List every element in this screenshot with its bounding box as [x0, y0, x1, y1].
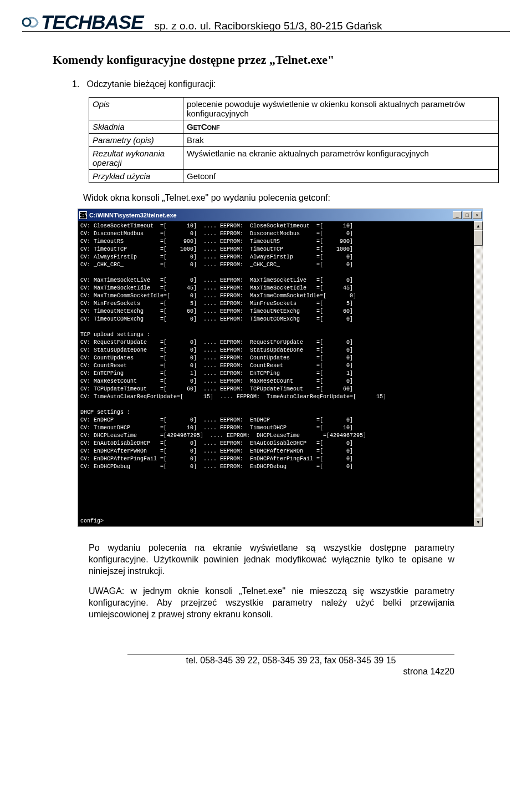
logo: TECHBASE — [22, 11, 144, 33]
page-number: strona 14z20 — [22, 667, 454, 677]
app-icon: C:\ — [79, 211, 87, 219]
scroll-track[interactable] — [474, 230, 483, 517]
config-table: Opis polecenie powoduje wyświetlenie w o… — [89, 97, 499, 183]
minimize-button[interactable]: _ — [453, 211, 462, 219]
window-title: C:\WINNT\system32\telnet.exe — [89, 212, 177, 219]
table-row: Rezultat wykonania operacji Wyświetlanie… — [89, 147, 499, 170]
svg-point-0 — [23, 18, 30, 26]
footer-divider — [127, 654, 454, 654]
table-row: Przykład użycia Getconf — [89, 170, 499, 183]
page-header: TECHBASE sp. z o.o. ul. Raciborskiego 51… — [22, 11, 510, 32]
table-value: Wyświetlanie na ekranie aktualnych param… — [183, 147, 499, 170]
screenshot-caption: Widok okna konsoli „Telnet.exe" po wydan… — [83, 193, 510, 203]
paragraph: Po wydaniu polecenia na ekranie wyświetl… — [89, 542, 454, 577]
company-address: sp. z o.o. ul. Raciborskiego 51/3, 80-21… — [155, 20, 382, 32]
list-text: Odczytanie bieżącej konfiguracji: — [86, 79, 216, 89]
scrollbar[interactable]: ▲ ▼ — [474, 221, 483, 526]
table-row: Opis polecenie powoduje wyświetlenie w o… — [89, 98, 499, 120]
scroll-down-button[interactable]: ▼ — [474, 517, 483, 526]
scroll-up-button[interactable]: ▲ — [474, 221, 483, 230]
list-item: 1. Odczytanie bieżącej konfiguracji: — [72, 79, 510, 89]
telnet-window: C:\ C:\WINNT\system32\telnet.exe _ □ × C… — [78, 209, 483, 527]
scroll-thumb[interactable] — [474, 230, 483, 246]
table-label: Parametry (opis) — [89, 134, 183, 147]
table-value: Brak — [183, 134, 499, 147]
logo-text: TECHBASE — [41, 11, 144, 33]
close-button[interactable]: × — [473, 211, 482, 219]
table-value: GetConf — [183, 120, 499, 134]
list-number: 1. — [72, 79, 84, 89]
table-value: polecenie powoduje wyświetlenie w okienk… — [183, 98, 499, 120]
footer-contact: tel. 058-345 39 22, 058-345 39 23, fax 0… — [72, 656, 510, 666]
table-row: Parametry (opis) Brak — [89, 134, 499, 147]
table-value: Getconf — [183, 170, 499, 183]
maximize-button[interactable]: □ — [463, 211, 472, 219]
logo-icon — [22, 15, 39, 29]
footer: tel. 058-345 39 22, 058-345 39 23, fax 0… — [22, 654, 510, 677]
table-row: Składnia GetConf — [89, 120, 499, 134]
table-label: Przykład użycia — [89, 170, 183, 183]
table-label: Opis — [89, 98, 183, 120]
console-output: CV: CloseSocketTimeout =[ 10] .... EEPRO… — [78, 221, 474, 526]
body-text: Po wydaniu polecenia na ekranie wyświetl… — [89, 542, 454, 621]
paragraph: UWAGA: w jednym oknie konsoli „Telnet.ex… — [89, 586, 454, 620]
section-title: Komendy konfiguracyjne dostępne przez „T… — [53, 53, 510, 67]
titlebar[interactable]: C:\ C:\WINNT\system32\telnet.exe _ □ × — [78, 209, 483, 221]
table-label: Składnia — [89, 120, 183, 134]
table-label: Rezultat wykonania operacji — [89, 147, 183, 170]
